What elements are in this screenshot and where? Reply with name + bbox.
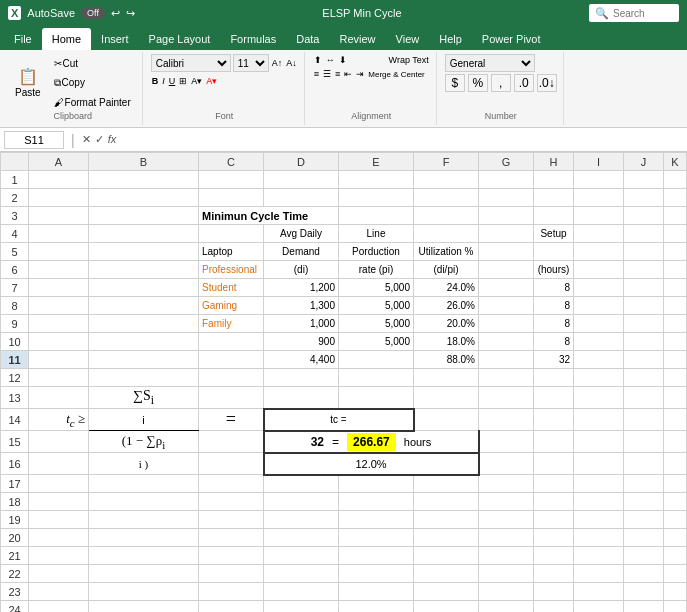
cell-b15[interactable]: (1 − ∑ρi xyxy=(89,431,199,453)
cell-d7[interactable]: 1,200 xyxy=(264,279,339,297)
cell-h6[interactable]: (hours) xyxy=(534,261,574,279)
cell-b8[interactable] xyxy=(89,297,199,315)
cell-h13[interactable] xyxy=(534,387,574,409)
cell-g2[interactable] xyxy=(479,189,534,207)
cell-e12[interactable] xyxy=(339,369,414,387)
cell-c11[interactable] xyxy=(199,351,264,369)
col-header-j[interactable]: J xyxy=(624,153,664,171)
cell-i8[interactable] xyxy=(574,297,624,315)
cell-d2[interactable] xyxy=(264,189,339,207)
decimal-inc-button[interactable]: .0 xyxy=(514,74,534,92)
cell-g13[interactable] xyxy=(479,387,534,409)
comma-button[interactable]: , xyxy=(491,74,511,92)
cell-a7[interactable] xyxy=(29,279,89,297)
cell-c5[interactable]: Laptop xyxy=(199,243,264,261)
cell-c12[interactable] xyxy=(199,369,264,387)
cell-c1[interactable] xyxy=(199,171,264,189)
col-header-c[interactable]: C xyxy=(199,153,264,171)
cell-h10[interactable]: 8 xyxy=(534,333,574,351)
cell-b3[interactable] xyxy=(89,207,199,225)
cell-g6[interactable] xyxy=(479,261,534,279)
tab-file[interactable]: File xyxy=(4,28,42,50)
dollar-button[interactable]: $ xyxy=(445,74,465,92)
cell-e5[interactable]: Porduction xyxy=(339,243,414,261)
cell-b6[interactable] xyxy=(89,261,199,279)
cell-k5[interactable] xyxy=(664,243,687,261)
align-right-button[interactable]: ≡ xyxy=(334,68,341,80)
cell-i15[interactable] xyxy=(574,431,624,453)
formula-fx-icon[interactable]: fx xyxy=(108,133,117,146)
cell-i1[interactable] xyxy=(574,171,624,189)
cell-j5[interactable] xyxy=(624,243,664,261)
cell-f3[interactable] xyxy=(479,207,534,225)
cell-a5[interactable] xyxy=(29,243,89,261)
tab-data[interactable]: Data xyxy=(286,28,329,50)
cell-a17[interactable] xyxy=(29,475,89,493)
tab-view[interactable]: View xyxy=(386,28,430,50)
cell-e10[interactable]: 5,000 xyxy=(339,333,414,351)
cell-f8[interactable]: 26.0% xyxy=(414,297,479,315)
cell-h14[interactable] xyxy=(534,409,574,431)
increase-indent-button[interactable]: ⇥ xyxy=(355,68,365,80)
cell-d6[interactable]: (di) xyxy=(264,261,339,279)
col-header-a[interactable]: A xyxy=(29,153,89,171)
cell-h1[interactable] xyxy=(534,171,574,189)
cell-g5[interactable] xyxy=(479,243,534,261)
cell-k9[interactable] xyxy=(664,315,687,333)
cell-a8[interactable] xyxy=(29,297,89,315)
cell-k6[interactable] xyxy=(664,261,687,279)
cell-f12[interactable] xyxy=(414,369,479,387)
cell-d1[interactable] xyxy=(264,171,339,189)
cell-e11[interactable] xyxy=(339,351,414,369)
cell-d13[interactable] xyxy=(264,387,339,409)
cell-k15[interactable] xyxy=(664,431,687,453)
decrease-indent-button[interactable]: ⇤ xyxy=(343,68,353,80)
cell-e3[interactable] xyxy=(414,207,479,225)
cell-h3[interactable] xyxy=(574,207,624,225)
cell-b13[interactable]: ∑Si xyxy=(89,387,199,409)
cell-b14[interactable]: i xyxy=(89,409,199,431)
cell-d17[interactable] xyxy=(264,475,339,493)
cell-j7[interactable] xyxy=(624,279,664,297)
cell-g17[interactable] xyxy=(479,475,534,493)
cell-j14[interactable] xyxy=(624,409,664,431)
cell-a13[interactable] xyxy=(29,387,89,409)
cell-a11[interactable] xyxy=(29,351,89,369)
cell-h17[interactable] xyxy=(534,475,574,493)
formula-cancel-icon[interactable]: ✕ xyxy=(82,133,91,146)
cell-h11[interactable]: 32 xyxy=(534,351,574,369)
cell-h8[interactable]: 8 xyxy=(534,297,574,315)
cell-h15[interactable] xyxy=(534,431,574,453)
cell-j12[interactable] xyxy=(624,369,664,387)
cell-i3[interactable] xyxy=(624,207,664,225)
align-center-button[interactable]: ☰ xyxy=(322,68,332,80)
cell-a1[interactable] xyxy=(29,171,89,189)
cell-k4[interactable] xyxy=(664,225,687,243)
cell-f13[interactable] xyxy=(414,387,479,409)
cell-c15[interactable] xyxy=(199,431,264,453)
cell-b12[interactable] xyxy=(89,369,199,387)
cell-d9[interactable]: 1,000 xyxy=(264,315,339,333)
number-format-select[interactable]: General xyxy=(445,54,535,72)
cell-c16[interactable] xyxy=(199,453,264,475)
cell-i13[interactable] xyxy=(574,387,624,409)
cell-k16[interactable] xyxy=(664,453,687,475)
cell-i14[interactable] xyxy=(574,409,624,431)
cell-b1[interactable] xyxy=(89,171,199,189)
cell-g9[interactable] xyxy=(479,315,534,333)
font-shrink-button[interactable]: A↓ xyxy=(285,57,298,69)
col-header-d[interactable]: D xyxy=(264,153,339,171)
align-middle-button[interactable]: ↔ xyxy=(325,54,336,66)
cell-a14[interactable]: tc ≥ xyxy=(29,409,89,431)
percent-button[interactable]: % xyxy=(468,74,488,92)
cell-f7[interactable]: 24.0% xyxy=(414,279,479,297)
redo-icon[interactable]: ↪ xyxy=(126,7,135,20)
cell-j11[interactable] xyxy=(624,351,664,369)
cell-f2[interactable] xyxy=(414,189,479,207)
cell-g3[interactable] xyxy=(534,207,574,225)
tab-home[interactable]: Home xyxy=(42,28,91,50)
cell-a3[interactable] xyxy=(29,207,89,225)
cell-def16[interactable]: 12.0% xyxy=(264,453,479,475)
cell-g15[interactable] xyxy=(479,431,534,453)
cell-e4[interactable]: Line xyxy=(339,225,414,243)
